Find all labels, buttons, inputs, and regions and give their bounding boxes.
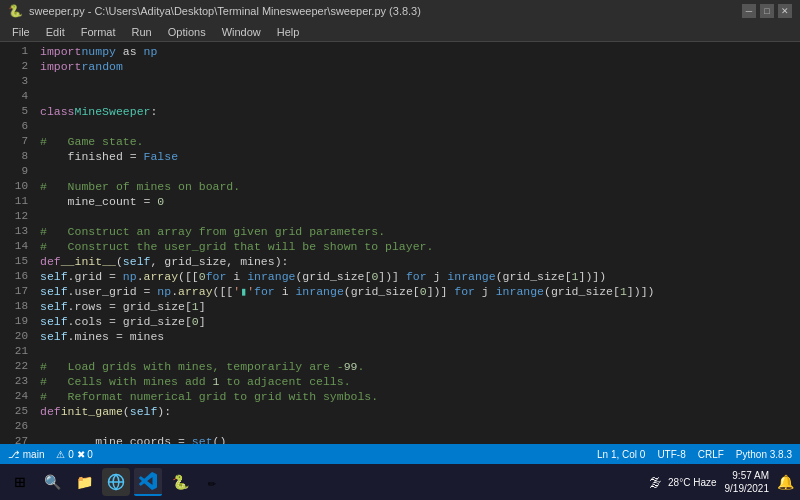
code-line: self.mines = mines [36, 329, 800, 344]
code-line: def init_game(self): [36, 404, 800, 419]
close-button[interactable]: ✕ [778, 4, 792, 18]
code-line [36, 209, 800, 224]
status-left: ⎇ main ⚠ 0 ✖ 0 [8, 449, 93, 460]
code-line: # Construct the user_grid that will be s… [36, 239, 800, 254]
menu-item-help[interactable]: Help [269, 24, 308, 40]
status-right: Ln 1, Col 0 UTF-8 CRLF Python 3.8.3 [597, 449, 792, 460]
code-line: # Number of mines on board. [36, 179, 800, 194]
datetime-display: 9:57 AM 9/19/2021 [725, 469, 770, 495]
menu-item-edit[interactable]: Edit [38, 24, 73, 40]
code-line: # Reformat numerical grid to grid with s… [36, 389, 800, 404]
code-line: class MineSweeper: [36, 104, 800, 119]
code-line: finished = False [36, 149, 800, 164]
code-area[interactable]: import numpy as npimport random class Mi… [36, 42, 800, 444]
title-bar-title: sweeper.py - C:\Users\Aditya\Desktop\Ter… [29, 5, 421, 17]
taskbar: ⊞ 🔍 📁 🐍 ✏ 🌫 28°C Haze 9:57 AM 9/19/2021 … [0, 464, 800, 500]
code-line [36, 344, 800, 359]
pen-taskbar-button[interactable]: ✏ [198, 468, 226, 496]
maximize-button[interactable]: □ [760, 4, 774, 18]
line-numbers: 1234567891011121314151617181920212223242… [0, 42, 36, 444]
menu-item-options[interactable]: Options [160, 24, 214, 40]
eol: CRLF [698, 449, 724, 460]
code-line: # Game state. [36, 134, 800, 149]
code-line: def __init__(self, grid_size, mines): [36, 254, 800, 269]
python-taskbar-button[interactable]: 🐍 [166, 468, 194, 496]
code-line: mine_count = 0 [36, 194, 800, 209]
title-bar: 🐍 sweeper.py - C:\Users\Aditya\Desktop\T… [0, 0, 800, 22]
code-line: mine_coords = set() [36, 434, 800, 444]
code-line [36, 419, 800, 434]
menu-item-file[interactable]: File [4, 24, 38, 40]
menu-bar: FileEditFormatRunOptionsWindowHelp [0, 22, 800, 42]
start-button[interactable]: ⊞ [6, 468, 34, 496]
weather-text: 28°C Haze [668, 477, 716, 488]
weather-icon: 🌫 [649, 475, 662, 490]
errors: ⚠ 0 ✖ 0 [56, 449, 92, 460]
code-line: # Cells with mines add 1 to adjacent cel… [36, 374, 800, 389]
editor-container: 1234567891011121314151617181920212223242… [0, 42, 800, 444]
menu-item-format[interactable]: Format [73, 24, 124, 40]
code-line: self.grid = np.array([[0 for i in range(… [36, 269, 800, 284]
menu-item-window[interactable]: Window [214, 24, 269, 40]
code-line [36, 74, 800, 89]
git-branch: ⎇ main [8, 449, 44, 460]
encoding: UTF-8 [657, 449, 685, 460]
code-line [36, 89, 800, 104]
notification-button[interactable]: 🔔 [777, 474, 794, 490]
status-bar: ⎇ main ⚠ 0 ✖ 0 Ln 1, Col 0 UTF-8 CRLF Py… [0, 444, 800, 464]
code-line: import numpy as np [36, 44, 800, 59]
title-bar-left: 🐍 sweeper.py - C:\Users\Aditya\Desktop\T… [8, 4, 421, 18]
system-tray: 🌫 28°C Haze [649, 475, 716, 490]
date-display: 9/19/2021 [725, 482, 770, 495]
code-line: # Construct an array from given grid par… [36, 224, 800, 239]
code-line: # Load grids with mines, temporarily are… [36, 359, 800, 374]
file-explorer-button[interactable]: 📁 [70, 468, 98, 496]
taskbar-left: ⊞ 🔍 📁 🐍 ✏ [6, 468, 226, 496]
code-line: self.cols = grid_size[0] [36, 314, 800, 329]
minimize-button[interactable]: ─ [742, 4, 756, 18]
code-line [36, 164, 800, 179]
cursor-position: Ln 1, Col 0 [597, 449, 645, 460]
vscode-taskbar-button[interactable] [134, 468, 162, 496]
search-taskbar-button[interactable]: 🔍 [38, 468, 66, 496]
menu-item-run[interactable]: Run [124, 24, 160, 40]
code-line [36, 119, 800, 134]
code-line: self.rows = grid_size[1] [36, 299, 800, 314]
python-icon: 🐍 [8, 4, 23, 18]
taskbar-right: 🌫 28°C Haze 9:57 AM 9/19/2021 🔔 [649, 469, 794, 495]
browser-button[interactable] [102, 468, 130, 496]
title-bar-controls: ─ □ ✕ [742, 4, 792, 18]
language: Python 3.8.3 [736, 449, 792, 460]
code-line: import random [36, 59, 800, 74]
time-display: 9:57 AM [725, 469, 770, 482]
code-line: self.user_grid = np.array([['▮' for i in… [36, 284, 800, 299]
